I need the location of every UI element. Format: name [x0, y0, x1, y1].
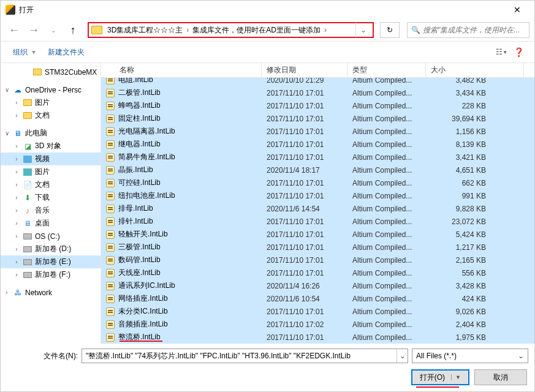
file-type: Altium Compiled...	[347, 282, 426, 290]
back-button[interactable]: ←	[6, 21, 23, 39]
file-row[interactable]: 纽扣电池座.IntLib 2017/11/10 17:01 Altium Com…	[101, 189, 534, 202]
file-row[interactable]: 可控硅.IntLib 2017/11/10 17:01 Altium Compi…	[101, 176, 534, 189]
tree-caret-icon[interactable]: ›	[13, 181, 20, 188]
col-name[interactable]: 名称	[101, 63, 262, 77]
file-row[interactable]: 轻触开关.IntLib 2017/11/10 17:01 Altium Comp…	[101, 228, 534, 241]
file-row[interactable]: 音频插座.IntLib 2017/11/10 17:02 Altium Comp…	[101, 318, 534, 331]
tree-item[interactable]: › ♪ 音乐	[1, 204, 101, 217]
breadcrumb-part[interactable]: 集成库文件，使用时在AD里面一键添加	[191, 25, 322, 36]
tree-item[interactable]: › ⬇ 下载	[1, 191, 101, 204]
file-name: 晶振.IntLib	[118, 165, 153, 175]
search-box[interactable]: 🔍	[407, 22, 529, 38]
forward-button[interactable]: →	[25, 21, 42, 39]
window-title: 打开	[19, 5, 505, 15]
tree-item[interactable]: › 新加卷 (E:)	[1, 255, 101, 268]
tree-item[interactable]: › OS (C:)	[1, 230, 101, 243]
col-date[interactable]: 修改日期	[262, 63, 347, 77]
file-row[interactable]: 蜂鸣器.IntLib 2017/11/10 17:01 Altium Compi…	[101, 99, 534, 112]
file-row[interactable]: 数码管.IntLib 2017/11/10 17:01 Altium Compi…	[101, 254, 534, 266]
search-input[interactable]	[423, 26, 525, 34]
close-button[interactable]: ✕	[505, 1, 529, 18]
refresh-button[interactable]: ↻	[380, 22, 400, 38]
tree-item[interactable]: › 🖥 桌面	[1, 217, 101, 230]
tree-caret-icon[interactable]: ›	[13, 258, 20, 265]
tree-item[interactable]: › 文档	[1, 109, 101, 122]
file-row[interactable]: 通讯系列IC.IntLib 2020/11/4 16:26 Altium Com…	[101, 279, 534, 292]
breadcrumb-part[interactable]: 3D集成库工程☆☆☆主	[106, 25, 184, 36]
tree-item[interactable]: › ◪ 3D 对象	[1, 140, 101, 153]
drive-icon	[23, 232, 32, 241]
file-row[interactable]: 二极管.IntLib 2017/11/10 17:01 Altium Compi…	[101, 86, 534, 99]
file-row[interactable]: 晶振.IntLib 2020/11/4 18:17 Altium Compile…	[101, 164, 534, 176]
chevron-down-icon[interactable]: ⌄	[397, 349, 408, 363]
file-date: 2017/11/10 17:01	[262, 333, 347, 342]
tree-item[interactable]: › 图片	[1, 96, 101, 109]
file-row[interactable]: 排母.IntLib 2020/11/6 14:54 Altium Compile…	[101, 202, 534, 215]
tree-label: 新加卷 (D:)	[35, 244, 71, 254]
file-type: Altium Compiled...	[347, 230, 426, 239]
file-row[interactable]: 天线座.IntLib 2017/11/10 17:01 Altium Compi…	[101, 266, 534, 279]
tree-item[interactable]: STM32CubeMX	[1, 66, 101, 78]
file-row[interactable]: 继电器.IntLib 2017/11/10 17:01 Altium Compi…	[101, 138, 534, 151]
view-options-button[interactable]: ☷ ▾	[493, 45, 510, 59]
desktop-icon: 🖥	[23, 219, 32, 228]
col-size[interactable]: 大小	[426, 63, 524, 77]
navigation-tree[interactable]: STM32CubeMX∨ ☁ OneDrive - Persc› 图片› 文档∨…	[1, 63, 101, 344]
tree-item[interactable]: › 新加卷 (D:)	[1, 243, 101, 255]
file-name: 二极管.IntLib	[118, 88, 161, 98]
tree-item[interactable]: ∨ 🖥 此电脑	[1, 127, 101, 140]
breadcrumb-dropdown[interactable]: ⌄	[355, 23, 370, 37]
tree-caret-icon[interactable]: ›	[13, 194, 20, 201]
file-row[interactable]: 光电隔离器.IntLib 2017/11/10 17:01 Altium Com…	[101, 125, 534, 138]
tree-caret-icon[interactable]: ∨	[3, 130, 10, 137]
file-date: 2020/11/6 14:54	[262, 205, 347, 213]
file-row[interactable]: 电阻.IntLib 2020/10/10 21:29 Altium Compil…	[101, 78, 534, 86]
file-size: 662 KB	[426, 179, 491, 187]
file-list[interactable]: 电阻.IntLib 2020/10/10 21:29 Altium Compil…	[101, 78, 534, 344]
filename-input[interactable]: "整流桥.IntLib" "74系列芯片.IntLib" "FPC.IntLib…	[82, 351, 397, 361]
tree-label: 下载	[35, 192, 50, 203]
new-folder-button[interactable]: 新建文件夹	[43, 45, 89, 60]
breadcrumb[interactable]: 3D集成库工程☆☆☆主 › 集成库文件，使用时在AD里面一键添加 › ⌄	[88, 22, 374, 38]
tree-item[interactable]: › 视频	[1, 153, 101, 165]
file-type-filter[interactable]: All Files (*.*) ⌄	[412, 349, 528, 363]
file-row[interactable]: 未分类IC.IntLib 2017/11/10 17:01 Altium Com…	[101, 305, 534, 318]
file-row[interactable]: 固定柱.IntLib 2017/11/10 17:01 Altium Compi…	[101, 112, 534, 125]
file-row[interactable]: 三极管.IntLib 2017/11/10 17:01 Altium Compi…	[101, 241, 534, 254]
intlib-icon	[106, 78, 115, 85]
tree-caret-icon[interactable]: ›	[13, 143, 20, 149]
tree-item[interactable]: › 新加卷 (F:)	[1, 268, 101, 281]
filename-combobox[interactable]: "整流桥.IntLib" "74系列芯片.IntLib" "FPC.IntLib…	[82, 349, 408, 363]
tree-caret-icon[interactable]: ›	[13, 246, 20, 252]
open-button[interactable]: 打开(O)▼	[411, 369, 469, 385]
up-button[interactable]: ↑	[64, 21, 82, 39]
tree-item[interactable]: › 📄 文档	[1, 178, 101, 191]
dialog-footer: 文件名(N): "整流桥.IntLib" "74系列芯片.IntLib" "FP…	[1, 344, 534, 391]
col-type[interactable]: 类型	[347, 63, 426, 77]
tree-caret-icon[interactable]: ›	[13, 271, 20, 278]
file-row[interactable]: 排针.IntLib 2017/11/10 17:01 Altium Compil…	[101, 215, 534, 228]
tree-caret-icon[interactable]: ›	[13, 112, 20, 119]
organize-menu[interactable]: 组织 ▾	[8, 45, 43, 60]
tree-caret-icon[interactable]: ›	[13, 207, 20, 214]
file-row[interactable]: 简易牛角座.IntLib 2017/11/10 17:01 Altium Com…	[101, 151, 534, 164]
tree-label: OneDrive - Persc	[25, 86, 82, 94]
tree-caret-icon[interactable]: ›	[13, 220, 20, 227]
cancel-button[interactable]: 取消	[474, 369, 527, 385]
tree-caret-icon[interactable]: ∨	[3, 86, 10, 93]
tree-caret-icon[interactable]: ›	[13, 168, 20, 175]
help-button[interactable]: ❓	[510, 45, 527, 59]
file-date: 2017/11/10 17:01	[262, 89, 347, 97]
file-row[interactable]: 网络插座.IntLib 2020/11/6 10:54 Altium Compi…	[101, 292, 534, 305]
tree-caret-icon[interactable]: ›	[3, 289, 10, 296]
tree-item[interactable]: ∨ ☁ OneDrive - Persc	[1, 83, 101, 96]
chevron-icon[interactable]: ›	[322, 26, 329, 34]
tree-caret-icon[interactable]: ›	[13, 156, 20, 162]
chevron-icon[interactable]: ›	[184, 26, 191, 34]
recent-dropdown[interactable]: ⌄	[45, 21, 62, 39]
file-row[interactable]: 整流桥.IntLib 2017/11/10 17:01 Altium Compi…	[101, 331, 534, 344]
tree-item[interactable]: › 🖧 Network	[1, 286, 101, 299]
tree-caret-icon[interactable]: ›	[13, 99, 20, 106]
tree-item[interactable]: › 图片	[1, 165, 101, 178]
tree-caret-icon[interactable]: ›	[13, 233, 20, 239]
